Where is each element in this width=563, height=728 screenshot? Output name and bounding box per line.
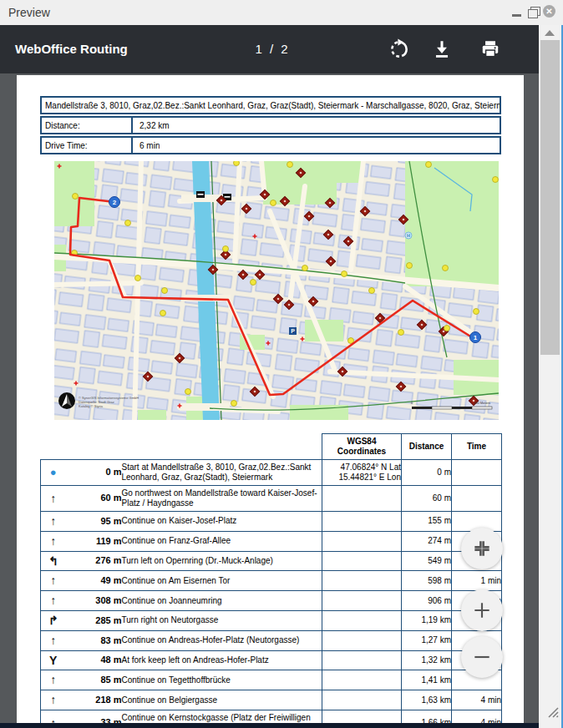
- instruction-text: At fork keep left on Andreas-Hofer-Platz: [122, 650, 322, 670]
- cumulative-time: 4 min: [452, 690, 502, 710]
- directions-body: ● 0 m Start at Mandellstraße 3, 8010, Gr…: [41, 460, 502, 728]
- maneuver-icon: ↰: [41, 551, 66, 571]
- direction-row: ● 0 m Start at Mandellstraße 3, 8010, Gr…: [41, 460, 502, 486]
- minimize-button[interactable]: [510, 0, 525, 25]
- cumulative-distance: 1,41 km: [402, 670, 452, 690]
- minus-icon: [471, 646, 493, 668]
- scrollbar-thumb[interactable]: [540, 40, 560, 355]
- segment-distance: 60 m: [66, 486, 122, 512]
- zoom-out-button[interactable]: [461, 636, 503, 678]
- direction-row: ↑ 95 m Continue on Kaiser-Josef-Platz 15…: [41, 512, 502, 532]
- direction-row: ↑ 119 m Continue on Franz-Graf-Allee 274…: [41, 531, 502, 551]
- segment-distance: 285 m: [66, 610, 122, 630]
- segment-distance: 49 m: [66, 571, 122, 591]
- directions-table: WGS84 Coordinates Distance Time ● 0 m St…: [40, 433, 502, 728]
- segment-distance: 218 m: [66, 690, 122, 710]
- wgs84-coordinates: [322, 630, 402, 650]
- wgs84-coordinates: [322, 531, 402, 551]
- cumulative-time: [452, 460, 502, 486]
- instruction-text: Go northwest on Mandellstraße toward Kai…: [122, 486, 322, 512]
- instruction-text: Continue on Andreas-Hofer-Platz (Neutorg…: [122, 630, 322, 650]
- print-button[interactable]: [479, 38, 501, 60]
- window-titlebar: Preview ✕: [0, 0, 563, 25]
- segment-distance: 308 m: [66, 591, 122, 611]
- wgs84-coordinates: [322, 610, 402, 630]
- instruction-text: Continue on Kaiser-Josef-Platz: [122, 512, 322, 532]
- distance-label: Distance:: [42, 118, 133, 133]
- resize-grip[interactable]: [546, 705, 559, 718]
- cumulative-time: [452, 486, 502, 512]
- restore-button[interactable]: [525, 0, 542, 25]
- vertical-scrollbar[interactable]: [539, 25, 561, 728]
- plus-icon: [471, 599, 493, 621]
- segment-distance: 119 m: [66, 531, 122, 551]
- direction-row: ↑ 83 m Continue on Andreas-Hofer-Platz (…: [41, 630, 502, 650]
- exit-fullscreen-button[interactable]: [461, 528, 503, 569]
- direction-row: ↑ 218 m Continue on Belgiergasse 1,63 km…: [41, 690, 502, 710]
- page-indicator: 1 / 2: [234, 42, 309, 56]
- direction-row: ↑ 49 m Continue on Am Eisernen Tor 598 m…: [41, 571, 502, 591]
- wgs84-coordinates: [322, 650, 402, 670]
- svg-text:200 Meters: 200 Meters: [474, 401, 490, 405]
- download-icon: [431, 38, 453, 60]
- download-button[interactable]: [431, 38, 453, 60]
- close-button[interactable]: ✕: [541, 0, 558, 25]
- svg-text:1: 1: [474, 334, 478, 341]
- time-column-header: Time: [452, 434, 502, 460]
- svg-text:Katalog © Styria: Katalog © Styria: [79, 404, 104, 408]
- segment-distance: 83 m: [66, 630, 122, 650]
- instruction-text: Continue on Am Eisernen Tor: [122, 571, 322, 591]
- instruction-text: Start at Mandellstraße 3, 8010, Graz,02.…: [122, 460, 322, 486]
- document-page: Mandellstraße 3, 8010, Graz,02.Bez.:Sank…: [17, 75, 524, 728]
- zoom-in-button[interactable]: [461, 589, 503, 631]
- segment-distance: 48 m: [66, 650, 122, 670]
- maneuver-icon: ↑: [41, 531, 66, 551]
- maneuver-icon: ●: [41, 460, 66, 486]
- drive-time-value: 6 min: [133, 141, 160, 150]
- print-icon: [479, 38, 501, 60]
- wgs84-coordinates: [322, 591, 402, 611]
- maneuver-icon: ↑: [41, 486, 66, 512]
- route-summary-table: Mandellstraße 3, 8010, Graz,02.Bez.:Sank…: [40, 96, 501, 156]
- direction-row: ↑ 85 m Continue on Tegetthoffbrücke 1,41…: [41, 670, 502, 690]
- segment-distance: 95 m: [66, 512, 122, 532]
- distance-column-header: Distance: [402, 434, 452, 460]
- route-addresses: Mandellstraße 3, 8010, Graz,02.Bez.:Sank…: [42, 101, 500, 110]
- cumulative-time: 1 min: [452, 571, 502, 591]
- coords-column-header: WGS84 Coordinates: [322, 434, 402, 460]
- direction-row: ↑ 308 m Continue on Joanneumring 906 m 2…: [41, 591, 502, 611]
- wgs84-coordinates: [322, 551, 402, 571]
- cumulative-distance: 0 m: [402, 460, 452, 486]
- instruction-text: Turn right on Neutorgasse: [122, 610, 322, 630]
- segment-distance: 276 m: [66, 551, 122, 571]
- cumulative-distance: 549 m: [402, 551, 452, 571]
- north-arrow-icon: [58, 392, 75, 409]
- drive-time-row: Drive Time: 6 min: [40, 136, 501, 154]
- instruction-text: Turn left on Opernring (Dr.-Muck-Anlage): [122, 551, 322, 571]
- maneuver-icon: Y: [41, 650, 66, 670]
- wgs84-coordinates: 47.06824° N Lat15.44821° E Lon: [322, 460, 402, 486]
- distance-row: Distance: 2,32 km: [40, 116, 501, 134]
- cumulative-distance: 1,27 km: [402, 630, 452, 650]
- maneuver-icon: ↑: [41, 512, 66, 532]
- scroll-up-button[interactable]: [539, 25, 561, 40]
- collapse-icon: [471, 538, 493, 559]
- wgs84-coordinates: [322, 670, 402, 690]
- instruction-text: Continue on Tegetthoffbrücke: [122, 670, 322, 690]
- maneuver-icon: ↑: [41, 630, 66, 650]
- document-title: WebOffice Routing: [15, 42, 128, 56]
- map-marker-end: 2: [109, 197, 120, 208]
- preview-toolbar: WebOffice Routing 1 / 2: [0, 25, 563, 73]
- directions-header-row: WGS84 Coordinates Distance Time: [41, 434, 502, 460]
- preview-window: Preview ✕ WebOffice Routing 1 / 2: [0, 0, 563, 728]
- refresh-button[interactable]: [388, 38, 410, 60]
- segment-distance: 85 m: [66, 670, 122, 690]
- direction-row: ↑ 60 m Go northwest on Mandellstraße tow…: [41, 486, 502, 512]
- cumulative-distance: 1,19 km: [402, 610, 452, 630]
- route-summary-row: Mandellstraße 3, 8010, Graz,02.Bez.:Sank…: [40, 96, 501, 114]
- maneuver-icon: ↱: [41, 610, 66, 630]
- cumulative-distance: 598 m: [402, 571, 452, 591]
- close-icon: ✕: [543, 5, 555, 18]
- route-map: P H: [54, 161, 499, 420]
- cumulative-distance: 274 m: [402, 531, 452, 551]
